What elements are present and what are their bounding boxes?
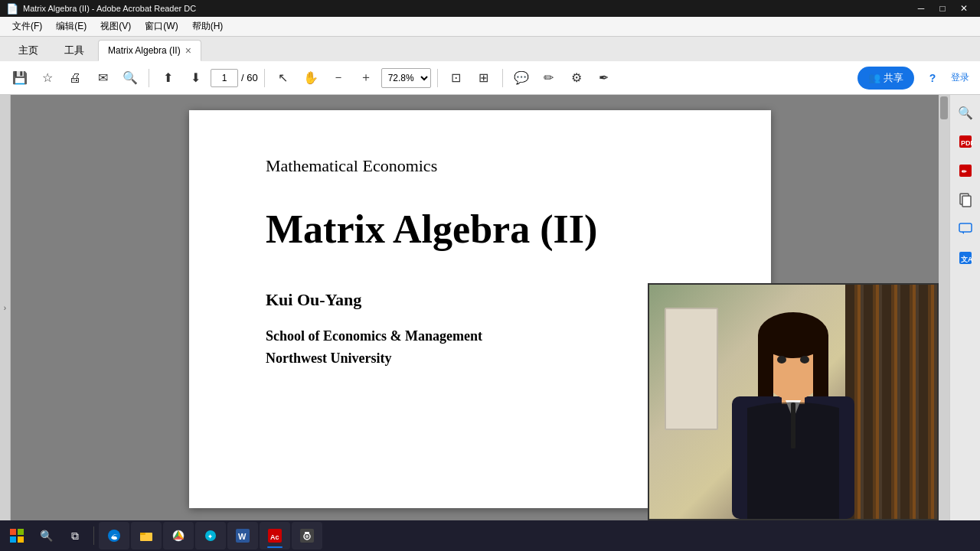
sidebar-comment-button[interactable] xyxy=(954,217,977,240)
start-button[interactable] xyxy=(3,522,31,549)
page-navigation: / 60 xyxy=(211,69,258,87)
separator-2 xyxy=(264,69,265,87)
pdf-university: Northwest University xyxy=(266,347,710,370)
svg-point-38 xyxy=(305,535,309,538)
main-area: › Mathematical Economics Matrix Algebra … xyxy=(0,95,980,520)
pdf-school: School of Economics & Management xyxy=(266,325,710,347)
bookmark-button[interactable]: ☆ xyxy=(35,66,60,90)
sidebar-search-button[interactable]: 🔍 xyxy=(954,101,977,124)
highlight-button[interactable]: ✏ xyxy=(537,66,561,90)
search-button[interactable]: 🔍 xyxy=(118,66,142,90)
sidebar-export-button[interactable]: PDF xyxy=(954,130,977,153)
taskbar-app-edge[interactable] xyxy=(99,522,129,549)
svg-point-6 xyxy=(777,356,786,364)
scrollbar[interactable] xyxy=(939,95,949,520)
title-bar: 📄 Matrix Algebra (II) - Adobe Acrobat Re… xyxy=(0,0,980,17)
webcam-overlay xyxy=(648,283,939,520)
svg-rect-5 xyxy=(813,335,828,396)
menu-help[interactable]: 帮助(H) xyxy=(186,18,230,34)
email-button[interactable]: ✉ xyxy=(90,66,115,90)
right-sidebar: 🔍 PDF ✏ 文A xyxy=(949,95,980,520)
marquee-button[interactable]: ⊞ xyxy=(472,66,496,90)
svg-rect-37 xyxy=(305,532,309,534)
menu-file[interactable]: 文件(F) xyxy=(6,18,48,34)
pdf-area[interactable]: Mathematical Economics Matrix Algebra (I… xyxy=(11,95,949,520)
prev-page-button[interactable]: ⬆ xyxy=(155,66,180,90)
zoom-select[interactable]: 72.8% 50% 75% 100% 125% 150% xyxy=(381,68,431,88)
taskbar-app-acrobat[interactable]: Ac xyxy=(260,522,290,549)
svg-rect-16 xyxy=(959,223,972,232)
zoom-in-button[interactable]: ＋ xyxy=(354,66,378,90)
svg-rect-20 xyxy=(10,529,16,535)
zoom-out-button[interactable]: － xyxy=(326,66,351,90)
menu-view[interactable]: 视图(V) xyxy=(94,18,137,34)
tab-home[interactable]: 主页 xyxy=(6,40,51,61)
tab-close-button[interactable]: × xyxy=(185,45,191,56)
cursor-tool-button[interactable]: ↖ xyxy=(271,66,296,90)
svg-text:✦: ✦ xyxy=(207,533,213,540)
title-bar-left: 📄 Matrix Algebra (II) - Adobe Acrobat Re… xyxy=(6,3,196,15)
share-label: 共享 xyxy=(884,71,903,85)
menu-edit[interactable]: 编辑(E) xyxy=(50,18,93,34)
page-total: / 60 xyxy=(241,72,258,83)
title-bar-icon: 📄 xyxy=(6,3,18,15)
webcam-person-svg xyxy=(709,289,877,519)
pdf-title: Matrix Algebra (II) xyxy=(266,207,710,252)
separator-4 xyxy=(502,69,503,87)
scrollbar-thumb[interactable] xyxy=(940,96,948,119)
svg-rect-4 xyxy=(758,335,773,396)
comment-button[interactable]: 💬 xyxy=(509,66,534,90)
sidebar-annotate-button[interactable]: ✏ xyxy=(954,159,977,182)
separator-3 xyxy=(437,69,438,87)
search-button[interactable]: 🔍 xyxy=(32,522,60,549)
fit-page-button[interactable]: ⊡ xyxy=(444,66,469,90)
task-view-button[interactable]: ⧉ xyxy=(61,522,89,549)
sidebar-translate-button[interactable]: 文A xyxy=(954,246,977,269)
minimize-button[interactable]: ─ xyxy=(911,1,931,16)
tab-document-label: Matrix Algebra (II) xyxy=(108,45,181,56)
webcam-background xyxy=(649,285,937,519)
hand-tool-button[interactable]: ✋ xyxy=(299,66,323,90)
taskbar-app-misc[interactable]: ✦ xyxy=(195,522,226,549)
svg-point-24 xyxy=(108,530,120,542)
taskbar-app-chrome[interactable] xyxy=(163,522,194,549)
toolbar: 💾 ☆ 🖨 ✉ 🔍 ⬆ ⬇ / 60 ↖ ✋ － ＋ 72.8% 50% 75%… xyxy=(0,61,980,95)
svg-text:W: W xyxy=(238,532,247,541)
taskbar-app-explorer[interactable] xyxy=(131,522,162,549)
title-bar-text: Matrix Algebra (II) - Adobe Acrobat Read… xyxy=(23,4,196,13)
print-button[interactable]: 🖨 xyxy=(63,66,87,90)
svg-rect-23 xyxy=(18,536,24,543)
svg-rect-15 xyxy=(962,196,971,207)
tab-bar: 主页 工具 Matrix Algebra (II) × xyxy=(0,37,980,61)
save-button[interactable]: 💾 xyxy=(8,66,32,90)
next-page-button[interactable]: ⬇ xyxy=(183,66,207,90)
svg-rect-26 xyxy=(140,533,145,535)
svg-rect-22 xyxy=(10,536,16,543)
maximize-button[interactable]: □ xyxy=(933,1,952,16)
taskbar: 🔍 ⧉ ✦ W Ac xyxy=(0,520,980,551)
tab-document[interactable]: Matrix Algebra (II) × xyxy=(98,40,201,61)
svg-point-7 xyxy=(800,356,809,364)
tab-tools[interactable]: 工具 xyxy=(52,40,96,61)
separator-1 xyxy=(149,69,149,87)
pdf-author: Kui Ou-Yang xyxy=(266,290,710,310)
pdf-institution: School of Economics & Management Northwe… xyxy=(266,325,710,370)
taskbar-app-word[interactable]: W xyxy=(227,522,258,549)
help-button[interactable]: ? xyxy=(920,66,945,90)
tools-button[interactable]: ⚙ xyxy=(564,66,589,90)
taskbar-app-camera[interactable] xyxy=(292,522,322,549)
share-button[interactable]: 👥 共享 xyxy=(858,67,914,90)
svg-rect-21 xyxy=(18,529,24,535)
close-button[interactable]: ✕ xyxy=(954,1,974,16)
signin-button[interactable]: 登录 xyxy=(948,66,972,90)
svg-text:✏: ✏ xyxy=(962,168,968,175)
svg-text:文A: 文A xyxy=(961,256,973,263)
menu-window[interactable]: 窗口(W) xyxy=(139,18,184,34)
pdf-subtitle: Mathematical Economics xyxy=(266,156,710,176)
sidebar-pages-button[interactable] xyxy=(954,188,977,211)
menu-bar: 文件(F) 编辑(E) 视图(V) 窗口(W) 帮助(H) xyxy=(0,17,980,37)
share-icon: 👥 xyxy=(868,72,880,83)
page-number-input[interactable] xyxy=(211,69,238,87)
sign-button[interactable]: ✒ xyxy=(592,66,616,90)
left-panel-toggle[interactable]: › xyxy=(0,95,11,520)
